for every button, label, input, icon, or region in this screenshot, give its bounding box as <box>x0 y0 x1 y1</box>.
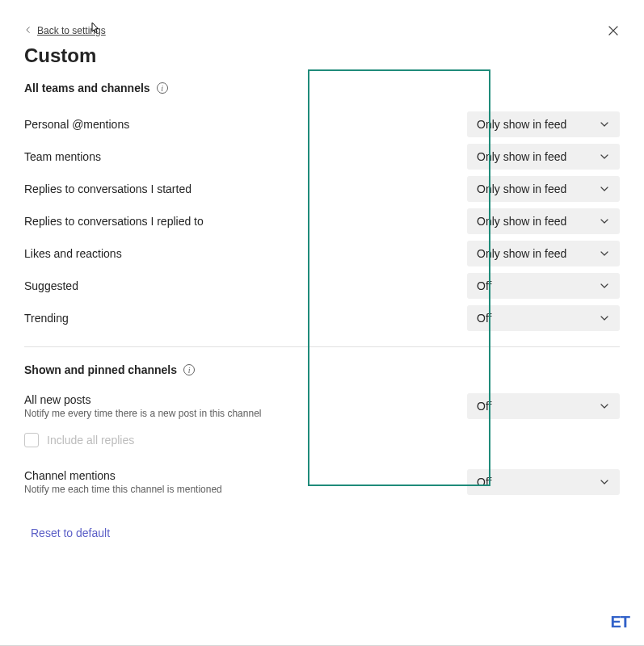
row-label: All new posts <box>24 393 467 406</box>
row-label: Likes and reactions <box>24 247 467 260</box>
row-label: Replies to conversations I replied to <box>24 215 467 228</box>
chevron-down-icon <box>599 151 610 162</box>
dropdown-value: Only show in feed <box>477 182 566 195</box>
setting-row: Team mentions Only show in feed <box>24 141 620 172</box>
section-all-teams-header: All teams and channels i <box>24 82 620 94</box>
dropdown-channel-mentions[interactable]: Off <box>467 469 620 495</box>
chevron-down-icon <box>599 119 610 130</box>
row-label: Channel mentions <box>24 469 467 482</box>
pointer-cursor-icon <box>87 21 102 40</box>
section-shown-pinned-header: Shown and pinned channels i <box>24 363 620 376</box>
dropdown-value: Off <box>477 400 491 413</box>
setting-row: Likes and reactions Only show in feed <box>24 238 620 269</box>
setting-row: Trending Off <box>24 303 620 333</box>
setting-row: Replies to conversations I started Only … <box>24 174 620 204</box>
chevron-down-icon <box>599 216 610 227</box>
checkbox-row-include-replies: Include all replies <box>24 433 620 447</box>
dropdown-setting-5[interactable]: Off <box>467 273 620 299</box>
section-divider <box>24 346 620 347</box>
dropdown-value: Off <box>477 279 491 292</box>
dropdown-value: Off <box>477 476 491 489</box>
setting-row-channel-mentions: Channel mentions Notify me each time thi… <box>24 467 620 497</box>
dropdown-value: Only show in feed <box>477 118 566 131</box>
chevron-down-icon <box>599 401 610 412</box>
chevron-down-icon <box>599 313 610 324</box>
page-title: Custom <box>24 44 620 67</box>
row-label: Personal @mentions <box>24 118 467 131</box>
close-icon <box>608 25 619 36</box>
setting-row: Suggested Off <box>24 271 620 301</box>
et-logo: ET <box>610 613 629 631</box>
chevron-down-icon <box>599 476 610 488</box>
dropdown-value: Only show in feed <box>477 215 566 228</box>
dropdown-setting-0[interactable]: Only show in feed <box>467 111 620 137</box>
dropdown-setting-6[interactable]: Off <box>467 305 620 331</box>
dropdown-setting-2[interactable]: Only show in feed <box>467 176 620 202</box>
setting-row: Personal @mentions Only show in feed <box>24 109 620 140</box>
back-to-settings-link[interactable]: Back to settings <box>24 25 106 36</box>
dropdown-setting-4[interactable]: Only show in feed <box>467 241 620 266</box>
reset-to-default-link[interactable]: Reset to default <box>31 526 110 539</box>
dropdown-setting-3[interactable]: Only show in feed <box>467 208 620 234</box>
dropdown-setting-1[interactable]: Only show in feed <box>467 144 620 170</box>
row-label: Trending <box>24 312 467 325</box>
row-label: Team mentions <box>24 150 467 163</box>
info-icon[interactable]: i <box>183 364 195 375</box>
row-label: Suggested <box>24 279 467 292</box>
row-label: Replies to conversations I started <box>24 182 467 195</box>
setting-row-all-new-posts: All new posts Notify me every time there… <box>24 391 620 422</box>
include-replies-checkbox[interactable] <box>24 433 39 447</box>
dropdown-all-new-posts[interactable]: Off <box>467 393 620 419</box>
dropdown-value: Off <box>477 312 491 325</box>
info-icon[interactable]: i <box>157 82 168 94</box>
dropdown-value: Only show in feed <box>477 150 566 163</box>
row-sublabel: Notify me every time there is a new post… <box>24 408 467 419</box>
dropdown-value: Only show in feed <box>477 247 566 260</box>
close-button[interactable] <box>605 23 621 39</box>
chevron-down-icon <box>599 280 610 292</box>
chevron-down-icon <box>599 248 610 259</box>
checkbox-label: Include all replies <box>47 434 134 447</box>
chevron-left-icon <box>24 25 32 36</box>
section-header-text: All teams and channels <box>24 82 150 94</box>
chevron-down-icon <box>599 183 610 195</box>
section-header-text: Shown and pinned channels <box>24 363 177 376</box>
setting-row: Replies to conversations I replied to On… <box>24 206 620 237</box>
row-sublabel: Notify me each time this channel is ment… <box>24 484 467 495</box>
